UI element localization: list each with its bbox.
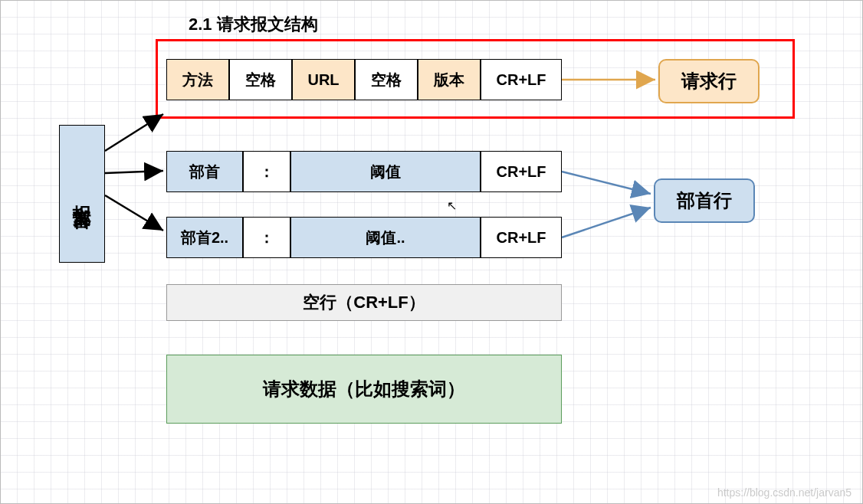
bar-request-body: 请求数据（比如搜索词） <box>166 355 562 424</box>
diagram-title: 2.1 请求报文结构 <box>189 13 318 36</box>
svg-line-2 <box>105 195 163 231</box>
cell-version: 版本 <box>418 59 481 100</box>
cell-crlf-1: CR+LF <box>481 59 562 100</box>
cell-space-2: 空格 <box>355 59 418 100</box>
watermark: https://blog.csdn.net/jarvan5 <box>717 486 852 499</box>
bar-blank-line: 空行（CR+LF） <box>166 284 562 321</box>
cell-crlf-2: CR+LF <box>481 151 562 192</box>
cell-crlf-3: CR+LF <box>481 217 562 258</box>
side-label-text: 报文部首 <box>70 191 94 197</box>
badge-request-line: 请求行 <box>658 59 760 103</box>
svg-line-1 <box>105 171 163 173</box>
cell-header-name-1: 部首 <box>166 151 243 192</box>
side-label-message-header: 报文部首 <box>59 125 105 263</box>
svg-line-5 <box>562 208 651 237</box>
cell-url: URL <box>292 59 355 100</box>
cell-method: 方法 <box>166 59 229 100</box>
svg-line-0 <box>105 114 163 151</box>
cell-colon-2: ： <box>243 217 290 258</box>
badge-header-lines: 部首行 <box>654 178 755 223</box>
cell-header-value-1: 阈值 <box>290 151 481 192</box>
svg-line-4 <box>562 172 651 194</box>
cell-space-1: 空格 <box>229 59 292 100</box>
cell-colon-1: ： <box>243 151 290 192</box>
cell-header-value-2: 阈值.. <box>290 217 481 258</box>
cursor-icon: ↖ <box>447 198 457 213</box>
cell-header-name-2: 部首2.. <box>166 217 243 258</box>
